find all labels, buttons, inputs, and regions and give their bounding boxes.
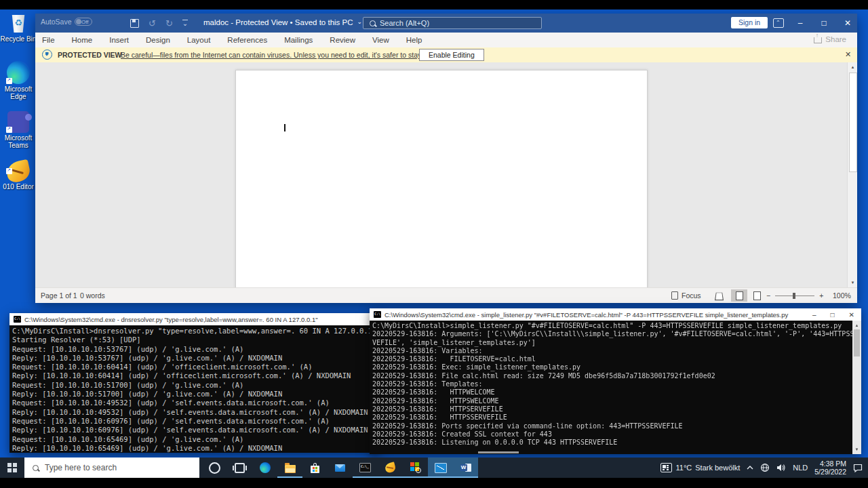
terminal-scrollbar[interactable]: ▲ ▼ — [852, 321, 861, 454]
ribbon-tab-mailings[interactable]: Mailings — [284, 36, 313, 44]
desktop-icon-edge[interactable]: Microsoft Edge — [0, 61, 37, 100]
ribbon-tab-help[interactable]: Help — [406, 36, 422, 44]
scroll-up-icon[interactable]: ▲ — [852, 321, 861, 330]
shortcut-arrow-icon — [6, 127, 12, 133]
word-icon — [460, 463, 471, 472]
edge-icon — [260, 462, 271, 473]
taskbar-apps — [202, 458, 478, 478]
ribbon-tab-layout[interactable]: Layout — [187, 36, 211, 44]
start-button[interactable] — [0, 458, 24, 478]
document-area: ▲ ▼ — [35, 62, 857, 287]
page-count[interactable]: Page 1 of 1 — [41, 291, 77, 300]
zoom-control: − + — [766, 291, 823, 300]
task-view-taskbar-button[interactable] — [227, 458, 252, 478]
search-icon — [33, 465, 39, 471]
action-center-button[interactable] — [853, 458, 863, 478]
ribbon-tab-references[interactable]: References — [227, 36, 267, 44]
ribbon-tab-insert[interactable]: Insert — [109, 36, 129, 44]
protected-view-close-icon[interactable]: ✕ — [845, 50, 851, 59]
globe-icon — [760, 463, 770, 472]
terminal-maximize-button[interactable]: □ — [831, 311, 835, 319]
terminal-dnsresolver-titlebar[interactable]: C:\Windows\System32\cmd.exe - dnsresolve… — [9, 313, 380, 325]
shortcut-arrow-icon — [6, 78, 12, 84]
desktop-icon-label: Recycle Bin — [0, 35, 37, 43]
terminal-listener-output[interactable]: C:\MyDirsC\Install>simple_listener.py "#… — [370, 321, 854, 448]
news-weather-widget[interactable]: 11°C Stark bewölkt — [660, 458, 740, 478]
file-explorer-icon — [285, 465, 296, 473]
document-page[interactable] — [235, 70, 648, 287]
taskbar-search-placeholder: Type here to search — [45, 463, 117, 472]
search-icon — [370, 20, 376, 26]
terminal-listener-titlebar[interactable]: C:\Windows\System32\cmd.exe - simple_lis… — [370, 308, 861, 321]
document-scrollbar[interactable]: ▲ ▼ — [847, 62, 857, 287]
editor010-taskbar-button[interactable] — [378, 458, 403, 478]
tray-overflow-button[interactable] — [747, 458, 753, 478]
desktop-icon-recycle-bin[interactable]: Recycle Bin — [0, 12, 37, 43]
mail-icon — [335, 464, 345, 472]
language-indicator[interactable]: NLD — [793, 458, 808, 478]
protected-view-label: PROTECTED VIEW — [58, 51, 122, 59]
performance-taskbar-button[interactable] — [428, 458, 453, 478]
print-layout-button[interactable] — [731, 289, 747, 302]
sign-in-button[interactable]: Sign in — [731, 17, 768, 28]
web-layout-button[interactable] — [749, 289, 765, 302]
horizontal-scrollbar-thumb[interactable] — [478, 451, 519, 453]
mail-taskbar-button[interactable] — [328, 458, 353, 478]
autosave-pill[interactable]: Off — [75, 18, 92, 26]
desktop-icon-teams[interactable]: Microsoft Teams — [0, 111, 37, 149]
ribbon-display-options-icon[interactable] — [773, 18, 784, 28]
terminal-minimize-button[interactable]: – — [812, 311, 816, 319]
scroll-up-icon[interactable]: ▲ — [848, 62, 857, 72]
ribbon-tab-home[interactable]: Home — [72, 36, 93, 44]
scroll-down-icon[interactable]: ▼ — [848, 278, 857, 287]
file-explorer-taskbar-button[interactable] — [277, 458, 302, 478]
word-minimize-button[interactable]: – — [789, 14, 812, 33]
zoom-out-button[interactable]: − — [766, 291, 770, 300]
word-count[interactable]: 0 words — [80, 291, 105, 300]
zoom-slider-thumb[interactable] — [793, 293, 795, 299]
screen: Recycle BinMicrosoft EdgeMicrosoft Teams… — [0, 0, 868, 488]
zoom-level[interactable]: 100% — [833, 291, 851, 300]
word-taskbar-button[interactable] — [453, 458, 478, 478]
zoom-in-button[interactable]: + — [819, 291, 823, 300]
ribbon-tab-design[interactable]: Design — [146, 36, 170, 44]
undo-icon[interactable]: ↺ — [149, 18, 156, 28]
focus-button[interactable]: Focus — [671, 291, 701, 300]
desktop-icon-label: 010 Editor — [0, 183, 37, 190]
volume-button[interactable] — [776, 458, 786, 478]
word-search-input[interactable]: Search (Alt+Q) — [363, 17, 542, 29]
weather-temp: 11°C — [675, 464, 692, 472]
share-button[interactable]: Share — [814, 35, 846, 43]
scrollbar-thumb[interactable] — [854, 329, 860, 357]
word-titlebar[interactable]: AutoSave Off ↺ ↻ ⌄ maldoc - Protected Vi… — [35, 14, 857, 33]
tray-date: 5/29/2022 — [814, 468, 846, 476]
store-taskbar-button[interactable] — [302, 458, 328, 478]
taskbar-search-input[interactable]: Type here to search — [24, 458, 199, 478]
ribbon-tab-review[interactable]: Review — [330, 36, 355, 44]
edge-taskbar-button[interactable] — [252, 458, 277, 478]
terminal-dnsresolver-output[interactable]: C:\MyDirsC\Install>dnsresolver.py "type=… — [9, 325, 380, 454]
cortana-taskbar-button[interactable] — [202, 458, 227, 478]
read-mode-button[interactable] — [711, 289, 727, 302]
desktop-icon-editor010[interactable]: 010 Editor — [0, 161, 37, 190]
enable-editing-button[interactable]: Enable Editing — [419, 49, 484, 61]
redo-icon[interactable]: ↻ — [165, 18, 173, 28]
clock[interactable]: 4:38 PM 5/29/2022 — [814, 458, 846, 478]
word-maximize-button[interactable]: □ — [812, 14, 835, 33]
word-close-button[interactable]: ✕ — [836, 14, 859, 33]
autosave-toggle[interactable]: AutoSave Off — [41, 18, 92, 26]
cmd-taskbar-button[interactable] — [353, 458, 378, 478]
performance-icon — [435, 463, 447, 473]
letterbox-top — [0, 0, 868, 9]
scrollbar-thumb[interactable] — [849, 73, 857, 172]
scroll-down-icon[interactable]: ▼ — [852, 445, 861, 454]
ribbon-tab-view[interactable]: View — [372, 36, 389, 44]
terminal-close-button[interactable]: ✕ — [849, 311, 854, 319]
autosave-label: AutoSave — [41, 18, 72, 26]
ribbon-tab-file[interactable]: File — [42, 36, 55, 44]
zoom-slider[interactable] — [775, 296, 814, 296]
procexp-taskbar-button[interactable] — [403, 458, 428, 478]
network-button[interactable] — [760, 458, 770, 478]
save-icon[interactable] — [130, 19, 139, 28]
quick-access-caret-icon[interactable]: ⌄ — [182, 20, 188, 26]
